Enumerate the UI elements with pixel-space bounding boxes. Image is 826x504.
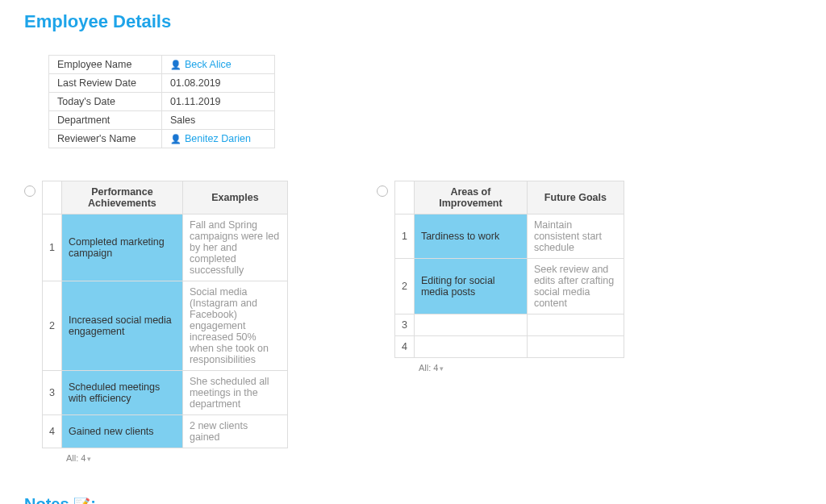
person-icon: 👤	[170, 134, 181, 144]
pencil-icon: 📝	[73, 498, 90, 504]
details-val: 01.08.2019	[162, 74, 275, 93]
chevron-down-icon: ▾	[440, 364, 444, 373]
row-num: 4	[394, 336, 414, 358]
achievements-block: Performance AchievementsExamples1Complet…	[24, 181, 288, 463]
row-num: 3	[43, 371, 62, 415]
cell-a[interactable]: Completed marketing campaign	[61, 215, 182, 281]
cell-b[interactable]: Seek review and edits after crafting soc…	[527, 259, 624, 314]
col-head: Future Goals	[527, 181, 624, 215]
cell-a[interactable]	[414, 314, 527, 336]
cell-b[interactable]: Social media (Instagram and Facebook) en…	[182, 281, 287, 371]
achievements-footer[interactable]: All: 4▾	[66, 453, 288, 463]
details-key: Department	[49, 111, 162, 130]
row-num: 2	[43, 281, 62, 371]
cell-b[interactable]: Maintain consistent start schedule	[527, 215, 624, 259]
details-val: Sales	[162, 111, 275, 130]
cell-a[interactable]: Editing for social media posts	[414, 259, 527, 314]
col-head: Performance Achievements	[61, 181, 182, 215]
details-key: Employee Name	[49, 56, 162, 74]
cell-a[interactable]	[414, 336, 527, 358]
collapse-toggle-icon[interactable]	[377, 185, 388, 197]
collapse-toggle-icon[interactable]	[24, 185, 35, 197]
row-num: 2	[394, 259, 414, 314]
details-key: Last Review Date	[49, 74, 162, 93]
employee-details-table: Employee Name👤Beck AliceLast Review Date…	[48, 55, 275, 148]
cell-b[interactable]	[527, 336, 624, 358]
cell-a[interactable]: Tardiness to work	[414, 215, 527, 259]
col-head: Areas of Improvement	[414, 181, 527, 215]
improvements-footer[interactable]: All: 4▾	[419, 363, 624, 373]
details-key: Reviewer's Name	[49, 130, 162, 148]
chevron-down-icon: ▾	[87, 455, 91, 463]
notes-heading: Notes 📝:	[24, 495, 802, 504]
cell-a[interactable]: Scheduled meetings with efficiency	[61, 371, 182, 415]
cell-a[interactable]: Increased social media engagement	[61, 281, 182, 371]
achievements-table: Performance AchievementsExamples1Complet…	[42, 181, 288, 448]
details-val[interactable]: 👤Beck Alice	[162, 56, 275, 74]
page-title: Employee Details	[24, 11, 802, 32]
row-num: 1	[394, 215, 414, 259]
improvements-block: Areas of ImprovementFuture Goals1Tardine…	[377, 181, 624, 373]
cell-a[interactable]: Gained new clients	[61, 415, 182, 448]
details-val: 01.11.2019	[162, 93, 275, 111]
col-head-num	[43, 181, 62, 215]
details-key: Today's Date	[49, 93, 162, 111]
improvements-table: Areas of ImprovementFuture Goals1Tardine…	[394, 181, 624, 358]
row-num: 4	[43, 415, 62, 448]
row-num: 1	[43, 215, 62, 281]
person-icon: 👤	[170, 60, 181, 69]
cell-b[interactable]	[527, 314, 624, 336]
cell-b[interactable]: Fall and Spring campaigns were led by he…	[182, 215, 287, 281]
cell-b[interactable]: She scheduled all meetings in the depart…	[182, 371, 287, 415]
details-val[interactable]: 👤Benitez Darien	[162, 130, 275, 148]
row-num: 3	[394, 314, 414, 336]
col-head-num	[394, 181, 414, 215]
cell-b[interactable]: 2 new clients gained	[182, 415, 287, 448]
col-head: Examples	[182, 181, 287, 215]
